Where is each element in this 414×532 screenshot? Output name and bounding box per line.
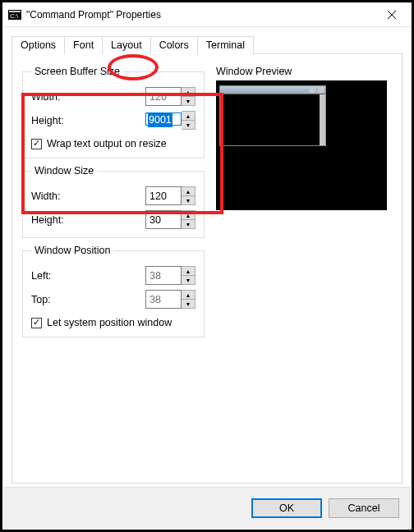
tab-terminal[interactable]: Terminal	[197, 36, 254, 54]
spinner-up-icon[interactable]: ▲	[182, 211, 195, 220]
winsize-height-spinner[interactable]: ▲▼	[145, 210, 196, 229]
spinner-down-icon: ▼	[182, 276, 195, 284]
spinner-up-icon: ▲	[182, 267, 195, 276]
spinner-up-icon[interactable]: ▲	[182, 88, 195, 97]
window-position-group: Window Position Left: ▲▼ Top:	[22, 245, 205, 337]
preview-titlebar	[220, 86, 325, 94]
preview-body	[220, 94, 325, 145]
close-button[interactable]	[373, 2, 411, 27]
buffer-height-label: Height:	[31, 115, 145, 126]
spinner-down-icon[interactable]: ▼	[182, 220, 195, 228]
spinner-down-icon[interactable]: ▼	[182, 196, 195, 204]
dialog-button-bar: OK Cancel	[3, 487, 411, 528]
tab-strip: Options Font Layout Colors Terminal	[12, 35, 402, 53]
title-bar: C:\ "Command Prompt" Properties	[3, 2, 411, 27]
cmd-icon: C:\	[8, 8, 21, 21]
window-preview	[216, 80, 387, 210]
layout-tab-panel: Screen Buffer Size Width: ▲▼ Height:	[12, 53, 402, 484]
checkbox-icon	[31, 318, 42, 328]
ok-button[interactable]: OK	[251, 498, 322, 518]
buffer-width-input[interactable]	[145, 87, 182, 106]
window-size-legend: Window Size	[31, 165, 97, 177]
winsize-width-input[interactable]	[145, 186, 182, 205]
spinner-down-icon[interactable]: ▼	[182, 121, 195, 129]
let-system-label: Let system position window	[47, 317, 172, 328]
buffer-width-label: Width:	[31, 91, 145, 103]
winsize-width-spinner[interactable]: ▲▼	[145, 186, 196, 205]
winpos-top-label: Top:	[31, 294, 145, 305]
let-system-checkbox[interactable]: Let system position window	[31, 317, 196, 328]
tab-colors[interactable]: Colors	[150, 36, 198, 54]
screen-buffer-legend: Screen Buffer Size	[31, 66, 123, 77]
buffer-height-spinner[interactable]: 9001 ▲▼	[145, 111, 196, 130]
window-size-group: Window Size Width: ▲▼ Height:	[22, 165, 205, 238]
winsize-width-label: Width:	[31, 190, 145, 202]
winpos-left-input	[145, 266, 182, 285]
preview-mini-window	[219, 85, 326, 146]
spinner-down-icon: ▼	[182, 300, 195, 308]
window-position-legend: Window Position	[31, 245, 113, 256]
winpos-top-input	[145, 290, 182, 309]
properties-dialog: C:\ "Command Prompt" Properties Options …	[3, 2, 411, 528]
window-title: "Command Prompt" Properties	[26, 9, 373, 21]
preview-scrollbar	[320, 94, 325, 145]
tab-font[interactable]: Font	[64, 36, 103, 54]
checkbox-icon	[31, 139, 42, 149]
spinner-up-icon[interactable]: ▲	[182, 187, 195, 196]
tab-layout[interactable]: Layout	[102, 36, 151, 54]
winsize-height-input[interactable]	[145, 210, 182, 229]
spinner-up-icon: ▲	[182, 291, 195, 300]
winpos-top-spinner[interactable]: ▲▼	[145, 290, 196, 309]
svg-text:C:\: C:\	[10, 12, 19, 20]
spinner-up-icon[interactable]: ▲	[182, 112, 195, 121]
buffer-height-selection: 9001	[148, 113, 172, 127]
winpos-left-spinner[interactable]: ▲▼	[145, 266, 196, 285]
tab-options[interactable]: Options	[12, 36, 65, 54]
buffer-width-spinner[interactable]: ▲▼	[145, 87, 196, 106]
window-preview-label: Window Preview	[216, 66, 392, 77]
winpos-left-label: Left:	[31, 270, 145, 282]
screen-buffer-size-group: Screen Buffer Size Width: ▲▼ Height:	[22, 66, 205, 158]
winsize-height-label: Height:	[31, 214, 145, 226]
cancel-button[interactable]: Cancel	[329, 498, 399, 518]
spinner-down-icon[interactable]: ▼	[182, 97, 195, 105]
wrap-text-label: Wrap text output on resize	[47, 138, 167, 149]
wrap-text-checkbox[interactable]: Wrap text output on resize	[31, 138, 196, 149]
